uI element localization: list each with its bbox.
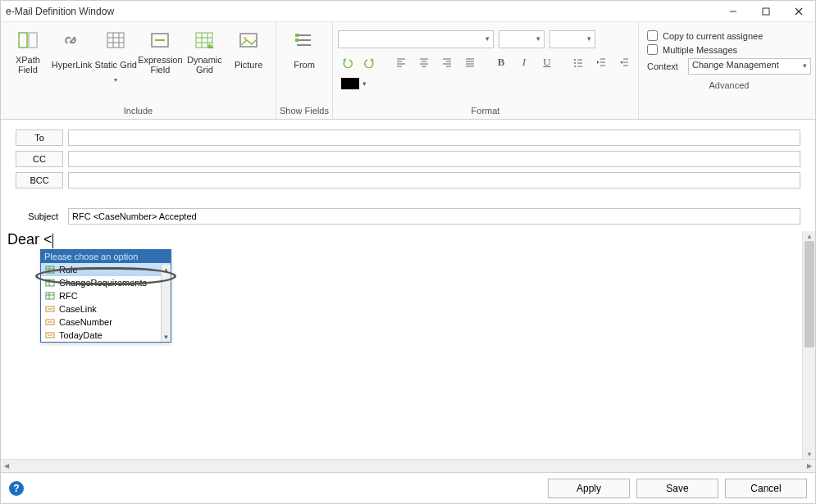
svg-marker-51 — [597, 61, 599, 64]
maximize-button[interactable] — [750, 1, 782, 22]
hyperlink-button[interactable]: HyperLink — [50, 27, 94, 75]
autocomplete-scrollbar[interactable]: ▲ ▼ — [161, 265, 171, 342]
svg-marker-55 — [620, 61, 622, 64]
save-button[interactable]: Save — [636, 479, 718, 498]
svg-rect-65 — [46, 293, 54, 299]
horizontal-scrollbar[interactable]: ◀ ▶ — [1, 459, 815, 472]
align-left-button[interactable] — [392, 53, 410, 71]
autocomplete-item-rfc[interactable]: RFC — [41, 289, 171, 302]
text-cursor — [52, 234, 53, 248]
include-group-label: Include — [1, 103, 276, 119]
body-text: Dear < — [7, 231, 52, 247]
autocomplete-item-label: RFC — [59, 291, 78, 301]
static-grid-label: Static Grid — [95, 55, 137, 75]
bold-button[interactable]: B — [492, 53, 510, 71]
scroll-right-icon[interactable]: ▶ — [804, 462, 815, 470]
window-title: e-Mail Definition Window — [6, 6, 717, 17]
align-center-button[interactable] — [415, 53, 433, 71]
autocomplete-item-caselink[interactable]: CaseLink — [41, 302, 171, 316]
scroll-down-icon[interactable]: ▼ — [803, 449, 815, 459]
svg-rect-20 — [240, 34, 257, 47]
undo-button[interactable] — [338, 53, 356, 71]
svg-point-47 — [574, 66, 576, 67]
svg-rect-5 — [29, 33, 37, 48]
to-button[interactable]: To — [16, 129, 63, 146]
context-label: Context — [647, 61, 683, 71]
dynamic-grid-button[interactable]: Dynamic Grid — [183, 27, 227, 75]
cancel-button[interactable]: Cancel — [725, 479, 807, 498]
close-button[interactable] — [782, 1, 815, 22]
picture-icon — [237, 29, 260, 52]
svg-rect-62 — [46, 279, 54, 286]
body-editor-area: Dear < Please chose an option RuleChange… — [1, 231, 815, 459]
svg-rect-59 — [46, 266, 54, 273]
body-editor[interactable]: Dear < — [1, 231, 815, 248]
rule-icon — [44, 265, 56, 275]
multiple-messages-label: Multiple Messages — [663, 45, 737, 55]
underline-button[interactable]: U — [538, 53, 556, 71]
autocomplete-popup[interactable]: Please chose an option RuleChangeRequire… — [40, 249, 171, 343]
autocomplete-item-rule[interactable]: Rule — [41, 263, 171, 276]
static-grid-button[interactable]: Static Grid ▾ — [93, 27, 138, 84]
cc-button[interactable]: CC — [16, 151, 63, 167]
font-variant-combo[interactable]: ▾ — [549, 30, 595, 48]
help-button[interactable]: ? — [9, 481, 24, 496]
xpath-field-icon — [16, 29, 39, 52]
svg-point-45 — [574, 59, 576, 61]
font-family-combo[interactable]: ▾ — [338, 30, 494, 48]
font-color-button[interactable]: ▾ — [338, 76, 370, 91]
autocomplete-item-label: ChangeRequirements — [59, 278, 147, 288]
bcc-button[interactable]: BCC — [16, 172, 63, 188]
from-label: From — [294, 55, 315, 75]
dynamic-grid-label: Dynamic Grid — [183, 55, 227, 75]
xpath-field-button[interactable]: XPath Field — [6, 27, 50, 75]
scroll-up-icon[interactable]: ▲ — [162, 265, 171, 275]
context-value: Change Management — [692, 60, 779, 70]
autocomplete-item-casenumber[interactable]: CaseNumber — [41, 316, 171, 329]
copy-assignee-checkbox[interactable] — [647, 30, 658, 41]
font-size-combo[interactable]: ▾ — [499, 30, 545, 48]
expression-field-icon — [148, 29, 171, 52]
scroll-down-icon[interactable]: ▼ — [162, 332, 171, 342]
apply-button[interactable]: Apply — [548, 479, 630, 498]
autocomplete-item-todaydate[interactable]: TodayDate — [41, 329, 171, 342]
context-combo[interactable]: Change Management ▾ — [688, 58, 811, 75]
picture-button[interactable]: Picture — [226, 27, 271, 75]
hyperlink-label: HyperLink — [52, 55, 93, 75]
titlebar[interactable]: e-Mail Definition Window — [1, 1, 815, 22]
scroll-up-icon[interactable]: ▲ — [803, 231, 815, 241]
svg-point-21 — [244, 37, 247, 40]
redo-button[interactable] — [361, 53, 379, 71]
multiple-messages-checkbox[interactable] — [647, 44, 658, 55]
svg-rect-25 — [295, 34, 299, 37]
ribbon: XPath Field HyperLink Static Grid ▾ Exp — [1, 22, 815, 120]
align-justify-button[interactable] — [461, 53, 479, 71]
scroll-left-icon[interactable]: ◀ — [1, 462, 12, 470]
cc-input[interactable] — [68, 151, 800, 167]
bullet-list-button[interactable] — [569, 53, 587, 71]
svg-rect-4 — [19, 33, 27, 48]
attr-icon — [44, 304, 56, 314]
font-color-swatch — [341, 78, 359, 89]
autocomplete-item-label: TodayDate — [59, 330, 103, 340]
minimize-button[interactable] — [717, 1, 750, 22]
obj-icon — [44, 278, 56, 288]
outdent-button[interactable] — [592, 53, 610, 71]
autocomplete-item-changerequirements[interactable]: ChangeRequirements — [41, 276, 171, 289]
italic-button[interactable]: I — [515, 53, 533, 71]
to-input[interactable] — [68, 129, 800, 146]
from-button[interactable]: From — [281, 27, 327, 75]
expression-field-button[interactable]: Expression Field — [138, 27, 182, 75]
editor-scrollbar[interactable]: ▲ ▼ — [802, 231, 815, 459]
subject-input[interactable] — [68, 208, 800, 225]
bcc-input[interactable] — [68, 172, 800, 188]
dropdown-icon: ▾ — [114, 76, 117, 84]
align-right-button[interactable] — [438, 53, 456, 71]
autocomplete-item-label: CaseNumber — [59, 317, 112, 327]
expression-field-label: Expression Field — [138, 55, 182, 75]
attr-icon — [44, 330, 56, 340]
scroll-thumb[interactable] — [805, 241, 814, 347]
xpath-field-label: XPath Field — [6, 55, 50, 75]
indent-button[interactable] — [615, 53, 633, 71]
advanced-group-label: Advanced — [639, 78, 816, 93]
